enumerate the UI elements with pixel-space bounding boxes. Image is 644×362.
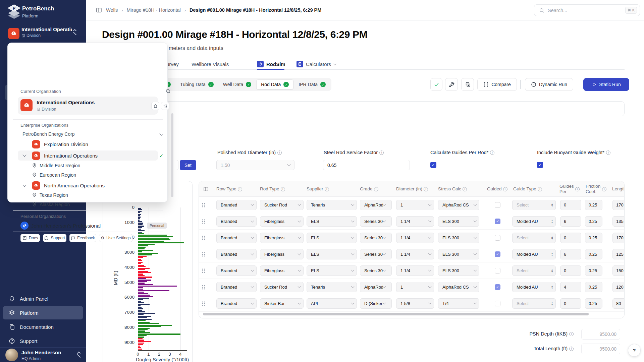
collapsed-section-bar[interactable] xyxy=(101,101,625,116)
rod-type-select[interactable]: Sinker Bar xyxy=(260,298,304,309)
length-input[interactable]: 150 xyxy=(612,265,625,276)
stress-calc-select[interactable]: T/4 xyxy=(438,298,479,309)
rod-type-select[interactable]: Fiberglass xyxy=(260,265,304,276)
static-run-button[interactable]: Static Run xyxy=(583,78,629,91)
supplier-select[interactable]: API xyxy=(307,298,357,309)
info-icon[interactable]: i xyxy=(538,187,542,191)
avatar[interactable] xyxy=(5,349,18,361)
length-input[interactable]: 80 xyxy=(612,298,625,309)
grade-select[interactable]: Series 300 xyxy=(360,265,392,276)
stress-calc-select[interactable]: ELS 300 xyxy=(438,249,479,259)
user-menu-chevrons-icon[interactable] xyxy=(76,351,81,358)
guides-per-input[interactable]: 0 xyxy=(560,233,581,243)
info-icon[interactable]: i xyxy=(277,150,282,155)
drag-handle-icon[interactable] xyxy=(202,219,206,224)
org-selector-chevrons-icon[interactable] xyxy=(72,29,77,36)
guides-per-input[interactable]: 4 xyxy=(560,282,581,292)
info-icon[interactable]: i xyxy=(374,187,378,191)
info-icon[interactable]: i xyxy=(569,332,574,336)
data-chip-tubing-data[interactable]: Tubing Data✓ xyxy=(176,79,218,89)
tab-calculators[interactable]: Calculators xyxy=(297,59,336,69)
breadcrumb-well[interactable]: Mirage #18H - Horizontal xyxy=(127,7,181,13)
corp-group-label[interactable]: PetroBench Energy Corp xyxy=(22,131,75,137)
support-button[interactable]: Support xyxy=(43,234,66,242)
info-icon[interactable]: i xyxy=(606,150,610,155)
org-settings-button[interactable] xyxy=(161,102,169,110)
guides-per-input[interactable]: 0 xyxy=(560,200,581,210)
tab-wellbore-visuals[interactable]: Wellbore Visuals xyxy=(192,59,229,69)
row-type-select[interactable]: Branded xyxy=(216,265,257,276)
org-home-button[interactable] xyxy=(151,102,159,110)
info-icon[interactable]: i xyxy=(379,150,384,155)
row-type-select[interactable]: Branded xyxy=(216,282,257,292)
info-icon[interactable]: i xyxy=(503,187,507,191)
supplier-select[interactable]: Tenaris xyxy=(307,200,357,210)
friction-coef-input[interactable]: 0.25 xyxy=(585,249,602,259)
search-icon[interactable] xyxy=(165,88,171,94)
guided-checkbox[interactable] xyxy=(495,301,500,306)
rod-type-select[interactable]: Fiberglass xyxy=(260,233,304,243)
friction-coef-input[interactable]: 0.25 xyxy=(585,233,602,243)
search-input[interactable]: Search... ⌘ K xyxy=(534,4,640,16)
guided-checkbox[interactable]: ✓ xyxy=(495,219,500,224)
org-item-north-american[interactable]: North American Operations xyxy=(44,183,105,188)
info-icon[interactable]: i xyxy=(281,187,285,191)
personal-org-item[interactable]: John Henderson's Professional xyxy=(31,223,101,229)
guide-type-select[interactable]: Molded AU▴▾ xyxy=(512,249,556,259)
stress-calc-select[interactable]: AlphaRod CS xyxy=(438,282,479,292)
grade-select[interactable]: Series 300 xyxy=(360,233,392,243)
stress-calc-select[interactable]: ELS 300 xyxy=(438,233,479,243)
guide-type-select[interactable]: Select▴▾ xyxy=(512,233,556,243)
diameter-select[interactable]: 1 1/4 xyxy=(396,265,434,276)
grade-select[interactable]: Series 300 xyxy=(360,249,392,259)
guided-checkbox[interactable] xyxy=(495,202,500,208)
stress-calc-select[interactable]: ELS 300 xyxy=(438,265,479,276)
compare-button[interactable]: Compare xyxy=(477,78,517,91)
grade-select[interactable]: D (Sinker) xyxy=(360,298,392,309)
row-type-select[interactable]: Branded xyxy=(216,200,257,210)
guide-type-select[interactable]: Select▴▾ xyxy=(512,298,556,309)
row-type-select[interactable]: Branded xyxy=(216,233,257,243)
rod-type-select[interactable]: Sucker Rod xyxy=(260,200,304,210)
region-item-european[interactable]: European Region xyxy=(40,172,76,178)
diameter-select[interactable]: 1 xyxy=(396,282,434,292)
length-input[interactable]: 135 xyxy=(612,216,625,227)
region-item-middle-east[interactable]: Middle East Region xyxy=(40,163,80,168)
table-panel-icon[interactable] xyxy=(203,186,209,192)
stress-calc-select[interactable]: AlphaRod CS xyxy=(438,200,479,210)
info-icon[interactable]: i xyxy=(238,187,242,191)
sidebar-item-support[interactable]: Support xyxy=(3,334,83,348)
steel-rod-service-factor-input[interactable]: 0.65 xyxy=(323,160,410,170)
rod-type-select[interactable]: Fiberglass xyxy=(260,216,304,227)
diameter-select[interactable]: 1 xyxy=(396,200,434,210)
grade-select[interactable]: AlphaRod xyxy=(360,282,392,292)
rod-type-select[interactable]: Fiberglass xyxy=(260,249,304,259)
guides-per-input[interactable]: 0 xyxy=(560,298,581,309)
guides-per-input[interactable]: 0 xyxy=(560,265,581,276)
guide-type-select[interactable]: Select▴▾ xyxy=(512,200,556,210)
psn-depth-input[interactable]: 9500.00 xyxy=(581,329,620,340)
sidebar-item-platform[interactable]: Platform xyxy=(3,306,83,319)
diameter-select[interactable]: 1 5/8 xyxy=(396,298,434,309)
diameter-select[interactable]: 1 1/4 xyxy=(396,216,434,227)
friction-coef-input[interactable]: 0.25 xyxy=(585,216,602,227)
info-icon[interactable]: i xyxy=(569,347,574,351)
set-button[interactable]: Set xyxy=(180,160,196,170)
row-type-select[interactable]: Branded xyxy=(216,216,257,227)
info-icon[interactable]: i xyxy=(490,150,494,155)
drag-handle-icon[interactable] xyxy=(202,252,206,257)
org-item-exploration[interactable]: Exploration Division xyxy=(44,141,88,147)
guide-type-select[interactable]: Molded AU▴▾ xyxy=(512,216,556,227)
total-length-input[interactable]: 9500.00 xyxy=(581,344,620,354)
data-chip-well-data[interactable]: Well Data✓ xyxy=(219,79,256,89)
friction-coef-input[interactable]: 0.25 xyxy=(585,265,602,276)
drag-handle-icon[interactable] xyxy=(202,285,206,290)
region-item-texas[interactable]: Texas Region xyxy=(40,192,68,198)
length-input[interactable]: 120 xyxy=(612,282,625,292)
guides-per-input[interactable]: 6 xyxy=(560,216,581,227)
dynamic-run-button[interactable]: Dynamic Run xyxy=(525,78,573,91)
chevron-down-icon[interactable] xyxy=(159,132,163,135)
org-item-international[interactable]: International Operations xyxy=(44,153,98,159)
region-item-alaska[interactable]: Alaska Region xyxy=(40,202,70,207)
guide-type-select[interactable]: Molded AU▴▾ xyxy=(512,282,556,292)
